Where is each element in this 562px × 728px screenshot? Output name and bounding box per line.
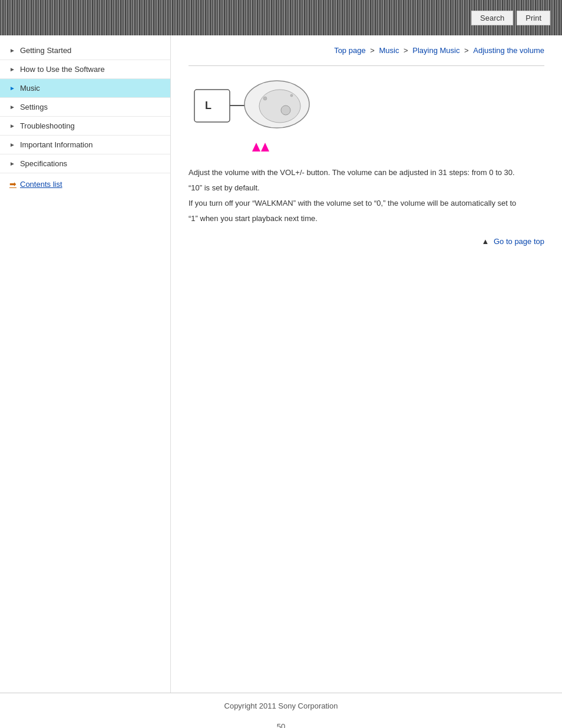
svg-rect-0 [194, 90, 230, 122]
main-container: ► Getting Started ► How to Use the Softw… [0, 35, 562, 693]
print-button[interactable]: Print [517, 11, 550, 25]
sidebar-item-getting-started[interactable]: ► Getting Started [0, 41, 170, 60]
breadcrumb-separator: > [370, 46, 376, 55]
svg-point-5 [259, 90, 300, 123]
sidebar-item-troubleshooting[interactable]: ► Troubleshooting [0, 117, 170, 136]
svg-point-7 [263, 97, 267, 100]
page-number: 50 [0, 719, 562, 728]
contents-list-arrow-icon: ➡ [9, 179, 16, 189]
sidebar: ► Getting Started ► How to Use the Softw… [0, 35, 171, 693]
breadcrumb-separator: > [404, 46, 410, 55]
content-area: Top page > Music > Playing Music > Adjus… [171, 35, 562, 693]
svg-text:L: L [205, 100, 211, 111]
sidebar-item-how-to-use[interactable]: ► How to Use the Software [0, 60, 170, 79]
sidebar-label: Troubleshooting [20, 121, 75, 130]
contents-list-label: Contents list [20, 180, 62, 189]
description-line4: “1” when you start playback next time. [189, 212, 544, 225]
sidebar-label: Specifications [20, 159, 67, 168]
arrow-icon: ► [9, 47, 15, 54]
arrow-icon: ► [9, 104, 15, 110]
sidebar-item-important-information[interactable]: ► Important Information [0, 136, 170, 154]
walkman-illustration: L [189, 78, 318, 154]
sidebar-item-settings[interactable]: ► Settings [0, 98, 170, 117]
copyright-text: Copyright 2011 Sony Corporation [224, 701, 338, 710]
sidebar-label: Music [20, 84, 40, 93]
device-image-container: L [189, 78, 318, 154]
arrow-icon: ► [9, 85, 15, 91]
content-divider [189, 65, 544, 66]
sidebar-item-specifications[interactable]: ► Specifications [0, 154, 170, 173]
breadcrumb-separator: > [464, 46, 471, 55]
contents-list-link[interactable]: ➡ Contents list [0, 173, 170, 195]
breadcrumb: Top page > Music > Playing Music > Adjus… [189, 41, 544, 62]
sidebar-label: Important Information [20, 140, 93, 149]
svg-marker-10 [261, 143, 269, 151]
svg-point-8 [290, 94, 293, 97]
description-line2: “10” is set by default. [189, 182, 544, 195]
arrow-icon: ► [9, 160, 15, 167]
breadcrumb-music[interactable]: Music [379, 46, 399, 55]
sidebar-item-music[interactable]: ► Music [0, 79, 170, 98]
breadcrumb-adjusting-volume[interactable]: Adjusting the volume [473, 46, 544, 55]
go-to-top: ▲ Go to page top [189, 228, 544, 252]
footer: Copyright 2011 Sony Corporation [0, 693, 562, 719]
arrow-icon: ► [9, 123, 15, 129]
sidebar-label: Settings [20, 103, 48, 111]
arrow-icon: ► [9, 66, 15, 73]
sidebar-label: Getting Started [20, 46, 71, 55]
arrow-icon: ► [9, 141, 15, 148]
search-button[interactable]: Search [471, 11, 513, 25]
description-line3: If you turn off your “WALKMAN” with the … [189, 197, 544, 210]
svg-point-6 [281, 106, 290, 115]
description-line1: Adjust the volume with the VOL+/- button… [189, 166, 544, 179]
breadcrumb-top-page[interactable]: Top page [334, 46, 366, 55]
go-to-top-label: Go to page top [494, 237, 544, 246]
sidebar-label: How to Use the Software [20, 65, 105, 74]
triangle-icon: ▲ [481, 237, 489, 246]
go-to-top-link[interactable]: ▲ Go to page top [481, 237, 544, 246]
breadcrumb-playing-music[interactable]: Playing Music [412, 46, 459, 55]
description-text: Adjust the volume with the VOL+/- button… [189, 166, 544, 225]
header-bar: Search Print [0, 0, 562, 35]
svg-marker-9 [252, 143, 260, 151]
